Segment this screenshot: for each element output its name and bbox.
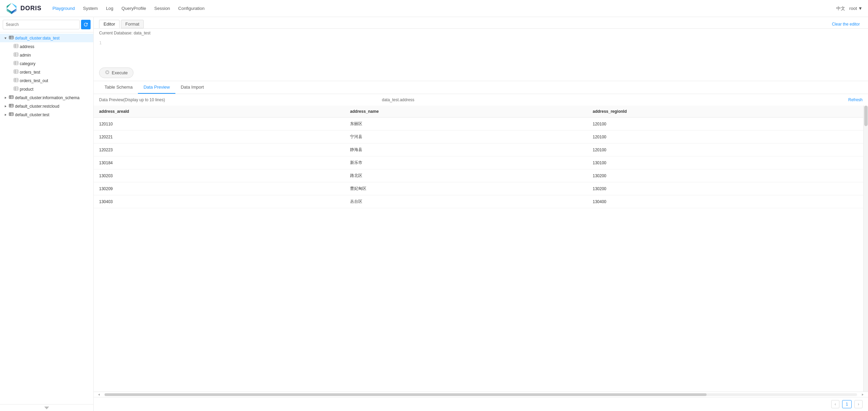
svg-rect-6 bbox=[9, 36, 13, 39]
table-icon-orders-test-out bbox=[14, 78, 18, 83]
sidebar-scroll-down bbox=[0, 404, 93, 411]
table-cell: 130400 bbox=[587, 195, 863, 208]
tree-table-orders-test[interactable]: orders_test bbox=[5, 68, 93, 76]
svg-rect-45 bbox=[9, 113, 13, 116]
scroll-track[interactable] bbox=[105, 393, 857, 396]
table-body: 120110东丽区120100120221宁河县120100120223静海县1… bbox=[94, 118, 863, 208]
bottom-section: Table Schema Data Preview Data Import Da… bbox=[94, 81, 868, 411]
nav-item-configuration[interactable]: Configuration bbox=[178, 4, 204, 12]
svg-marker-52 bbox=[98, 394, 100, 396]
table-row: 130209曹妃甸区130200 bbox=[94, 182, 863, 195]
table-small-icon-2 bbox=[14, 52, 18, 57]
scroll-thumb[interactable] bbox=[105, 393, 707, 396]
table-cell: 130184 bbox=[94, 156, 345, 169]
svg-rect-30 bbox=[14, 87, 18, 91]
svg-rect-22 bbox=[14, 70, 18, 74]
scroll-left-arrow[interactable] bbox=[96, 392, 102, 397]
table-cell: 120221 bbox=[94, 131, 345, 143]
svg-marker-34 bbox=[5, 97, 6, 99]
table-cell: 130403 bbox=[94, 195, 345, 208]
nav-item-system[interactable]: System bbox=[83, 4, 98, 12]
tree-db-data-test[interactable]: default_cluster:data_test bbox=[0, 34, 93, 42]
nav-item-playground[interactable]: Playground bbox=[52, 4, 75, 12]
line-number: 1 bbox=[99, 40, 102, 45]
table-row: 130184新乐市130100 bbox=[94, 156, 863, 169]
tree-area: default_cluster:data_test address bbox=[0, 32, 93, 404]
preview-label: Data Preview(Display up to 10 lines) bbox=[99, 97, 165, 102]
svg-rect-40 bbox=[9, 104, 13, 107]
table-row: 120110东丽区120100 bbox=[94, 118, 863, 131]
clear-editor-button[interactable]: Clear the editor bbox=[829, 20, 863, 28]
vertical-scrollbar[interactable] bbox=[863, 106, 868, 392]
db-icon-2 bbox=[9, 95, 14, 101]
user-menu[interactable]: root ▼ bbox=[849, 6, 863, 11]
nav-item-log[interactable]: Log bbox=[106, 4, 113, 12]
vertical-scroll-thumb[interactable] bbox=[864, 106, 868, 126]
table-with-scroll: address_areaId address_name address_regi… bbox=[94, 106, 868, 392]
content-area: Editor Format Clear the editor Current D… bbox=[94, 17, 868, 411]
tree-db-information-schema[interactable]: default_cluster:information_schema bbox=[0, 93, 93, 102]
svg-rect-35 bbox=[9, 96, 13, 99]
bottom-tabs: Table Schema Data Preview Data Import bbox=[94, 81, 868, 94]
table-cell: 东丽区 bbox=[345, 118, 587, 131]
tree-table-admin[interactable]: admin bbox=[5, 51, 93, 59]
prev-page-button[interactable]: ‹ bbox=[831, 400, 839, 408]
table-cell: 路北区 bbox=[345, 169, 587, 182]
nav-item-session[interactable]: Session bbox=[154, 4, 170, 12]
tab-table-schema[interactable]: Table Schema bbox=[99, 81, 138, 94]
table-cell: 120100 bbox=[587, 131, 863, 143]
refresh-button[interactable]: Refresh bbox=[848, 97, 863, 102]
table-cell: 130200 bbox=[587, 182, 863, 195]
col-header-name: address_name bbox=[345, 106, 587, 118]
tree-db-restcloud[interactable]: default_cluster:restcloud bbox=[0, 102, 93, 110]
table-header-bar: Data Preview(Display up to 10 lines) dat… bbox=[94, 94, 868, 106]
table-cell: 丛台区 bbox=[345, 195, 587, 208]
nav-items: Playground System Log QueryProfile Sessi… bbox=[52, 4, 836, 12]
table-small-icon-5 bbox=[14, 78, 18, 82]
tab-data-preview[interactable]: Data Preview bbox=[138, 81, 175, 94]
pagination: ‹ 1 › bbox=[94, 397, 868, 411]
table-small-icon bbox=[14, 44, 18, 48]
tab-data-import[interactable]: Data Import bbox=[175, 81, 209, 94]
next-page-button[interactable]: › bbox=[854, 400, 863, 408]
logo-text: DORIS bbox=[20, 5, 42, 12]
main-layout: default_cluster:data_test address bbox=[0, 17, 868, 411]
tree-arrow-data-test bbox=[3, 35, 8, 41]
nav-item-queryprofile[interactable]: QueryProfile bbox=[122, 4, 146, 12]
tab-format[interactable]: Format bbox=[121, 20, 144, 28]
col-header-area-id: address_areaId bbox=[94, 106, 345, 118]
tree-db-test[interactable]: default_cluster:test bbox=[0, 110, 93, 119]
tree-table-orders-test-out[interactable]: orders_test_out bbox=[5, 76, 93, 85]
tree-table-address[interactable]: address bbox=[5, 42, 93, 51]
search-input[interactable] bbox=[3, 20, 80, 29]
table-row: 120221宁河县120100 bbox=[94, 131, 863, 143]
chevron-right-icon-scroll bbox=[861, 393, 864, 396]
execute-button[interactable]: Execute bbox=[99, 67, 133, 78]
table-row: 120223静海县120100 bbox=[94, 143, 863, 156]
db-name-test: default_cluster:test bbox=[15, 112, 49, 117]
table-cell: 120110 bbox=[94, 118, 345, 131]
search-area bbox=[0, 17, 93, 32]
language-button[interactable]: 中文 bbox=[836, 5, 845, 12]
table-area: Data Preview(Display up to 10 lines) dat… bbox=[94, 94, 868, 411]
table-cell: 130100 bbox=[587, 156, 863, 169]
data-table: address_areaId address_name address_regi… bbox=[94, 106, 863, 208]
chevron-right-icon-4 bbox=[4, 113, 7, 117]
tree-table-product[interactable]: product bbox=[5, 85, 93, 93]
table-name-orders-test: orders_test bbox=[20, 70, 40, 75]
chevron-down-indicator bbox=[44, 407, 49, 409]
database-icon bbox=[9, 35, 14, 40]
db-icon-3 bbox=[9, 103, 14, 109]
editor-body[interactable]: 1 bbox=[94, 37, 868, 65]
play-icon bbox=[105, 70, 110, 75]
tree-table-category[interactable]: category bbox=[5, 59, 93, 68]
table-cell: 120100 bbox=[587, 143, 863, 156]
table-cell: 130203 bbox=[94, 169, 345, 182]
sidebar-refresh-button[interactable] bbox=[81, 20, 91, 29]
table-wrapper: address_areaId address_name address_regi… bbox=[94, 106, 863, 392]
scroll-right-arrow[interactable] bbox=[860, 392, 865, 397]
database-icon-3 bbox=[9, 103, 14, 108]
current-database-label: Current Database: data_test bbox=[94, 29, 868, 37]
chevron-right-icon-3 bbox=[4, 105, 7, 108]
tab-editor[interactable]: Editor bbox=[99, 20, 120, 28]
